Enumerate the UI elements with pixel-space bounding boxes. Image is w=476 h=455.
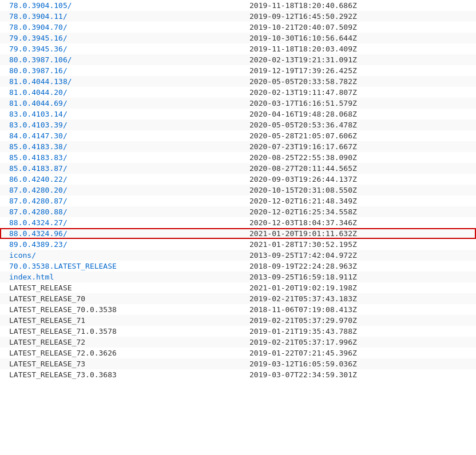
- file-name-cell: LATEST_RELEASE_73: [9, 360, 249, 368]
- file-date-cell: 2020-12-02T16:25:34.558Z: [249, 207, 467, 216]
- table-row: LATEST_RELEASE2021-01-20T19:02:19.198Z: [0, 282, 476, 293]
- file-name-text: LATEST_RELEASE_70.0.3538: [9, 305, 117, 314]
- file-date-cell: 2021-01-28T17:30:52.195Z: [249, 240, 467, 249]
- table-row: LATEST_RELEASE_72.0.36262019-01-22T07:21…: [0, 348, 476, 358]
- table-row: index.html2013-09-25T16:59:18.911Z: [0, 272, 476, 282]
- file-date-cell: 2020-07-23T19:16:17.667Z: [249, 142, 467, 151]
- file-name-text: LATEST_RELEASE_71.0.3578: [9, 327, 117, 336]
- file-date-cell: 2019-02-21T05:37:43.183Z: [249, 294, 467, 303]
- file-date-cell: 2020-10-15T20:31:08.550Z: [249, 186, 467, 194]
- file-link[interactable]: 83.0.4103.14/: [9, 110, 68, 118]
- file-name-cell: 81.0.4044.20/: [9, 88, 249, 97]
- table-row: 88.0.4324.27/2020-12-03T18:04:37.346Z: [0, 217, 476, 228]
- file-name-cell: 84.0.4147.30/: [9, 131, 249, 140]
- file-name-cell: index.html: [9, 273, 249, 281]
- file-name-cell: 81.0.4044.69/: [9, 99, 249, 107]
- table-row: 78.0.3904.11/2019-09-12T16:45:50.292Z: [0, 11, 476, 22]
- file-date-cell: 2019-01-21T19:35:43.788Z: [249, 327, 467, 336]
- table-row: LATEST_RELEASE_712019-02-21T05:37:29.970…: [0, 315, 476, 326]
- file-name-cell: 86.0.4240.22/: [9, 175, 249, 183]
- table-row: 85.0.4183.87/2020-08-27T20:11:44.565Z: [0, 163, 476, 174]
- file-date-cell: 2019-11-18T18:20:03.409Z: [249, 45, 467, 53]
- file-name-cell: 89.0.4389.23/: [9, 240, 249, 249]
- file-name-cell: 87.0.4280.20/: [9, 186, 249, 194]
- file-date-cell: 2020-05-28T21:05:07.606Z: [249, 131, 467, 140]
- file-date-cell: 2021-01-20T19:01:11.632Z: [249, 229, 467, 238]
- file-name-cell: 85.0.4183.87/: [9, 164, 249, 173]
- file-name-cell: 88.0.4324.27/: [9, 218, 249, 227]
- file-link[interactable]: 78.0.3904.11/: [9, 12, 68, 21]
- file-link[interactable]: index.html: [9, 273, 54, 281]
- file-link[interactable]: 80.0.3987.106/: [9, 55, 72, 64]
- table-row: 86.0.4240.22/2020-09-03T19:26:44.137Z: [0, 174, 476, 185]
- table-row: LATEST_RELEASE_702019-02-21T05:37:43.183…: [0, 293, 476, 304]
- file-date-cell: 2013-09-25T17:42:04.972Z: [249, 251, 467, 260]
- file-date-cell: 2020-12-02T16:21:48.349Z: [249, 197, 467, 205]
- file-link[interactable]: 88.0.4324.96/: [9, 229, 68, 238]
- file-link[interactable]: 70.0.3538.LATEST_RELEASE: [9, 262, 117, 270]
- file-link[interactable]: 81.0.4044.69/: [9, 99, 68, 107]
- file-date-cell: 2019-10-30T16:10:56.644Z: [249, 34, 467, 42]
- file-link[interactable]: 79.0.3945.16/: [9, 34, 68, 42]
- file-date-cell: 2021-01-20T19:02:19.198Z: [249, 284, 467, 292]
- file-name-cell: 80.0.3987.16/: [9, 66, 249, 75]
- file-link[interactable]: 85.0.4183.83/: [9, 153, 68, 162]
- file-name-text: LATEST_RELEASE_73: [9, 360, 85, 368]
- file-name-cell: 83.0.4103.14/: [9, 110, 249, 118]
- file-name-text: LATEST_RELEASE_72: [9, 338, 85, 346]
- file-name-cell: LATEST_RELEASE_71.0.3578: [9, 327, 249, 336]
- table-row: 81.0.4044.69/2020-03-17T16:16:51.579Z: [0, 98, 476, 109]
- file-link[interactable]: 78.0.3904.70/: [9, 23, 68, 31]
- file-link[interactable]: 88.0.4324.27/: [9, 218, 68, 227]
- file-date-cell: 2020-04-16T19:48:28.068Z: [249, 110, 467, 118]
- table-row: 80.0.3987.106/2020-02-13T19:21:31.091Z: [0, 54, 476, 65]
- file-link[interactable]: 84.0.4147.30/: [9, 131, 68, 140]
- file-name-cell: 81.0.4044.138/: [9, 77, 249, 86]
- file-date-cell: 2020-03-17T16:16:51.579Z: [249, 99, 467, 107]
- table-row: LATEST_RELEASE_73.0.36832019-03-07T22:34…: [0, 369, 476, 380]
- file-date-cell: 2013-09-25T16:59:18.911Z: [249, 273, 467, 281]
- file-date-cell: 2019-02-21T05:37:29.970Z: [249, 316, 467, 325]
- file-link[interactable]: icons/: [9, 251, 36, 260]
- file-date-cell: 2019-01-22T07:21:45.396Z: [249, 349, 467, 357]
- file-date-cell: 2018-11-06T07:19:08.413Z: [249, 305, 467, 314]
- file-name-cell: 79.0.3945.36/: [9, 45, 249, 53]
- table-row: 89.0.4389.23/2021-01-28T17:30:52.195Z: [0, 239, 476, 250]
- table-row: LATEST_RELEASE_722019-02-21T05:37:17.996…: [0, 337, 476, 348]
- file-name-cell: 70.0.3538.LATEST_RELEASE: [9, 262, 249, 270]
- file-name-cell: 78.0.3904.70/: [9, 23, 249, 31]
- file-link[interactable]: 83.0.4103.39/: [9, 121, 68, 129]
- file-link[interactable]: 85.0.4183.87/: [9, 164, 68, 173]
- file-link[interactable]: 87.0.4280.87/: [9, 197, 68, 205]
- file-name-text: LATEST_RELEASE_70: [9, 294, 85, 303]
- file-date-cell: 2020-09-03T19:26:44.137Z: [249, 175, 467, 183]
- file-name-cell: 83.0.4103.39/: [9, 121, 249, 129]
- file-date-cell: 2019-10-21T20:40:07.509Z: [249, 23, 467, 31]
- file-list: 78.0.3904.105/2019-11-18T18:20:40.686Z78…: [0, 0, 476, 380]
- file-date-cell: 2019-02-21T05:37:17.996Z: [249, 338, 467, 346]
- file-link[interactable]: 81.0.4044.20/: [9, 88, 68, 97]
- file-link[interactable]: 85.0.4183.38/: [9, 142, 68, 151]
- table-row: 81.0.4044.138/2020-05-05T20:33:58.782Z: [0, 76, 476, 87]
- file-link[interactable]: 79.0.3945.36/: [9, 45, 68, 53]
- table-row: 81.0.4044.20/2020-02-13T19:11:47.807Z: [0, 87, 476, 98]
- file-date-cell: 2020-05-05T20:53:36.478Z: [249, 121, 467, 129]
- file-name-cell: LATEST_RELEASE_72.0.3626: [9, 349, 249, 357]
- file-link[interactable]: 78.0.3904.105/: [9, 1, 72, 10]
- file-name-text: LATEST_RELEASE_71: [9, 316, 85, 325]
- file-link[interactable]: 89.0.4389.23/: [9, 240, 68, 249]
- file-link[interactable]: 86.0.4240.22/: [9, 175, 68, 183]
- file-link[interactable]: 87.0.4280.88/: [9, 207, 68, 216]
- file-link[interactable]: 87.0.4280.20/: [9, 186, 68, 194]
- file-name-cell: LATEST_RELEASE_70: [9, 294, 249, 303]
- file-name-text: LATEST_RELEASE_72.0.3626: [9, 349, 117, 357]
- file-name-cell: LATEST_RELEASE_73.0.3683: [9, 370, 249, 379]
- table-row: 88.0.4324.96/2021-01-20T19:01:11.632Z: [0, 228, 476, 239]
- table-row: 87.0.4280.88/2020-12-02T16:25:34.558Z: [0, 206, 476, 217]
- table-row: 84.0.4147.30/2020-05-28T21:05:07.606Z: [0, 130, 476, 141]
- file-link[interactable]: 80.0.3987.16/: [9, 66, 68, 75]
- file-link[interactable]: 81.0.4044.138/: [9, 77, 72, 86]
- table-row: 70.0.3538.LATEST_RELEASE2018-09-19T22:24…: [0, 261, 476, 272]
- file-browser: 78.0.3904.105/2019-11-18T18:20:40.686Z78…: [0, 0, 476, 455]
- file-date-cell: 2019-03-07T22:34:59.301Z: [249, 370, 467, 379]
